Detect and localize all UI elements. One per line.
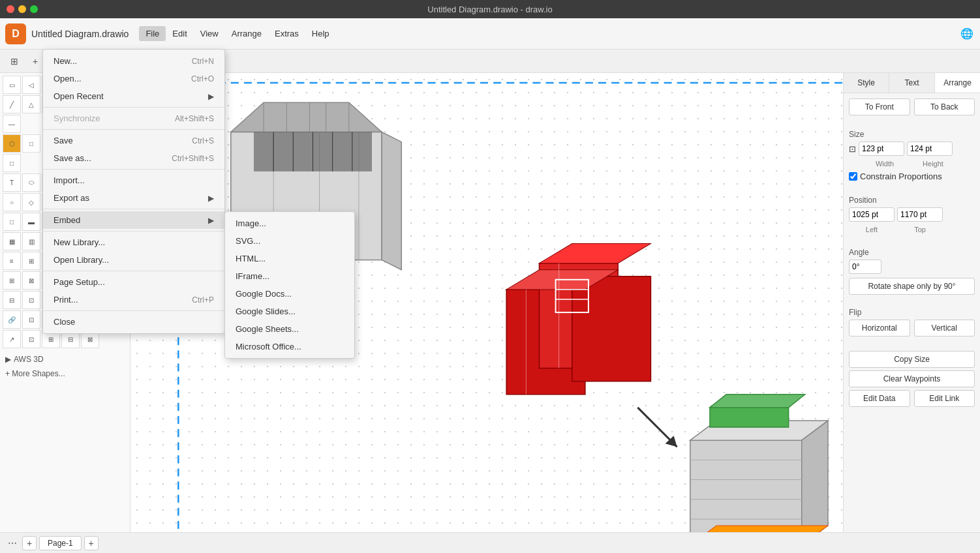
- menu-close[interactable]: Close: [43, 313, 224, 331]
- menu-open[interactable]: Open... Ctrl+O: [43, 70, 224, 87]
- shape-item[interactable]: □: [3, 213, 21, 231]
- menu-page-setup[interactable]: Page Setup...: [43, 273, 224, 291]
- flip-vertical-btn[interactable]: Vertical: [914, 320, 975, 336]
- angle-input[interactable]: [849, 260, 881, 274]
- maximize-button[interactable]: [30, 5, 38, 13]
- rotate-shape-btn[interactable]: Rotate shape only by 90°: [849, 278, 975, 295]
- embed-microsoft-office[interactable]: Microsoft Office...: [225, 338, 354, 355]
- shape-item[interactable]: ⊟: [3, 291, 21, 309]
- aws3d-section[interactable]: ▶ AWS 3D: [0, 352, 130, 366]
- menu-open-label: Open...: [54, 74, 82, 83]
- sep-2: [43, 129, 224, 130]
- shape-item[interactable]: ⬡: [3, 134, 21, 153]
- shape-item[interactable]: ↗: [3, 330, 21, 348]
- shape-item[interactable]: —: [3, 115, 21, 133]
- clear-waypoints-btn[interactable]: Clear Waypoints: [849, 370, 975, 387]
- menu-arrange[interactable]: Arrange: [225, 26, 268, 41]
- embed-image[interactable]: Image...: [225, 215, 354, 232]
- width-label-row: Width Height: [849, 160, 975, 168]
- constrain-checkbox[interactable]: [849, 172, 857, 181]
- more-shapes-section[interactable]: + More Shapes...: [0, 366, 130, 381]
- shape-item[interactable]: ▥: [22, 232, 40, 250]
- menu-extras[interactable]: Extras: [268, 26, 305, 41]
- width-label: Width: [862, 160, 908, 168]
- shape-item[interactable]: 🔗: [3, 310, 21, 329]
- shape-item[interactable]: ◁: [22, 76, 40, 94]
- toolbar-page-view[interactable]: ⊞: [5, 52, 23, 70]
- sep-5: [43, 231, 224, 232]
- menu-edit[interactable]: Edit: [166, 26, 193, 41]
- size-label: Size: [849, 130, 975, 139]
- menu-save-as[interactable]: Save as... Ctrl+Shift+S: [43, 149, 224, 167]
- shape-item[interactable]: ≡: [3, 252, 21, 270]
- left-input[interactable]: [849, 207, 895, 222]
- shape-item[interactable]: ▦: [3, 232, 21, 250]
- embed-html[interactable]: HTML...: [225, 250, 354, 267]
- embed-google-sheets[interactable]: Google Sheets...: [225, 320, 354, 338]
- embed-google-docs[interactable]: Google Docs...: [225, 285, 354, 303]
- shape-item[interactable]: ⊞: [22, 252, 40, 270]
- menu-new[interactable]: New... Ctrl+N: [43, 52, 224, 70]
- toolbar-insert[interactable]: +: [26, 52, 44, 70]
- menu-file[interactable]: File: [139, 26, 166, 41]
- shape-item[interactable]: □: [3, 154, 21, 172]
- menu-print[interactable]: Print... Ctrl+P: [43, 291, 224, 308]
- height-input[interactable]: [907, 142, 953, 156]
- size-row: ⊡: [849, 142, 975, 156]
- edit-link-btn[interactable]: Edit Link: [914, 390, 975, 407]
- menu-embed[interactable]: Embed ▶ Image... SVG... HTML... IFrame..…: [43, 211, 224, 229]
- shape-item[interactable]: ▬: [22, 213, 40, 231]
- edit-row: Edit Data Edit Link: [849, 390, 975, 407]
- flip-horizontal-btn[interactable]: Horizontal: [849, 320, 910, 336]
- top-input[interactable]: [897, 207, 943, 222]
- embed-svg[interactable]: SVG...: [225, 232, 354, 250]
- menu-save[interactable]: Save Ctrl+S: [43, 132, 224, 149]
- to-back-button[interactable]: To Back: [914, 98, 975, 115]
- pages-more-btn[interactable]: ⋯: [5, 536, 20, 550]
- window-title: Untitled Diagram.drawio - draw.io: [427, 5, 552, 14]
- menu-import[interactable]: Import...: [43, 172, 224, 189]
- window-controls[interactable]: [7, 5, 38, 13]
- tab-arrange[interactable]: Arrange: [935, 73, 980, 93]
- embed-iframe[interactable]: IFrame...: [225, 267, 354, 285]
- shape-item[interactable]: ╱: [3, 95, 21, 113]
- tab-text[interactable]: Text: [889, 73, 935, 93]
- save-as-shortcut: Ctrl+Shift+S: [172, 154, 214, 163]
- size-icon: ⊡: [849, 144, 856, 154]
- menu-new-library[interactable]: New Library...: [43, 233, 224, 251]
- shape-item[interactable]: ⊡: [22, 330, 40, 348]
- tab-style[interactable]: Style: [844, 73, 889, 93]
- globe-icon[interactable]: 🌐: [960, 27, 973, 40]
- add-page-btn[interactable]: +: [22, 536, 37, 550]
- sep-3: [43, 169, 224, 170]
- edit-data-btn[interactable]: Edit Data: [849, 390, 910, 407]
- menu-export-as[interactable]: Export as ▶: [43, 189, 224, 207]
- save-shortcut: Ctrl+S: [192, 136, 214, 145]
- menu-view[interactable]: View: [194, 26, 225, 41]
- shape-item[interactable]: ⊡: [22, 310, 40, 329]
- embed-google-slides[interactable]: Google Slides...: [225, 303, 354, 320]
- width-input[interactable]: [859, 142, 904, 156]
- minimize-button[interactable]: [18, 5, 26, 13]
- shape-item[interactable]: ⬭: [22, 173, 40, 192]
- page-tab-1[interactable]: Page-1: [39, 536, 82, 550]
- shape-item[interactable]: ◇: [22, 193, 40, 211]
- shape-item[interactable]: ⊞: [3, 271, 21, 290]
- menu-synchronize[interactable]: Synchronize Alt+Shift+S: [43, 110, 224, 127]
- to-front-button[interactable]: To Front: [849, 98, 910, 115]
- shape-item[interactable]: ⊠: [22, 271, 40, 290]
- shape-item[interactable]: ○: [3, 193, 21, 211]
- menu-open-library[interactable]: Open Library...: [43, 251, 224, 269]
- shape-item[interactable]: △: [22, 95, 40, 113]
- menu-help[interactable]: Help: [305, 26, 336, 41]
- app-title: Untitled Diagram.drawio: [31, 29, 129, 39]
- close-button[interactable]: [7, 5, 14, 13]
- angle-label: Angle: [849, 248, 975, 257]
- shape-item[interactable]: □: [22, 134, 40, 153]
- shape-item[interactable]: ⊡: [22, 291, 40, 309]
- shape-item[interactable]: T: [3, 173, 21, 192]
- copy-size-btn[interactable]: Copy Size: [849, 351, 975, 368]
- add-page-btn-2[interactable]: +: [84, 536, 99, 550]
- menu-open-recent[interactable]: Open Recent ▶: [43, 87, 224, 105]
- shape-item[interactable]: ▭: [3, 76, 21, 94]
